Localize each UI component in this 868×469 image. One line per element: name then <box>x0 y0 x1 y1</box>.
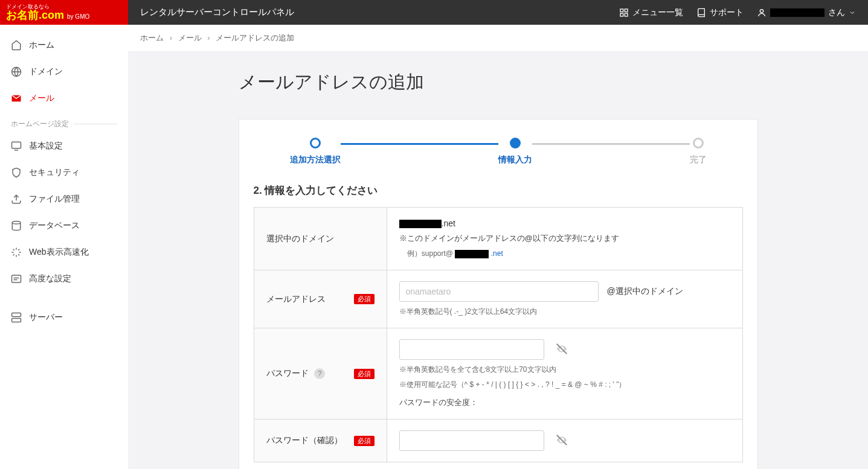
password-note-1: ※半角英数記号を全て含む8文字以上70文字以内 <box>399 365 730 375</box>
upload-icon <box>11 194 22 205</box>
sidebar-item-security[interactable]: セキュリティ <box>0 159 128 186</box>
grid-icon <box>619 8 629 18</box>
global-header: ドメイン取るなら お名前.com by GMO レンタルサーバーコントロールパネ… <box>0 0 868 25</box>
domain-redacted <box>399 220 442 228</box>
step-2: 情報入力 <box>498 138 532 165</box>
eye-off-icon <box>555 342 568 356</box>
password-note-2: ※使用可能な記号（^ $ + - * / | ( ) [ ] { } < > .… <box>399 380 730 390</box>
header-title: レンタルサーバーコントロールパネル <box>128 0 619 25</box>
form-section-title: 2. 情報を入力してください <box>254 183 743 197</box>
sidebar-section-hp: ホームページ設定 <box>0 112 128 133</box>
database-icon <box>11 220 22 231</box>
stepper: 追加方法選択 情報入力 完了 <box>290 138 707 165</box>
svg-rect-15 <box>12 319 21 322</box>
sidebar-item-label: データベース <box>29 220 80 231</box>
sidebar-item-label: セキュリティ <box>29 167 80 178</box>
sidebar-item-label: メール <box>29 93 54 104</box>
step-circle-icon <box>693 138 704 148</box>
sidebar-item-label: サーバー <box>29 312 63 323</box>
logo-text: お名前.com by GMO <box>6 10 89 21</box>
settings-icon <box>11 273 22 284</box>
main-content: ホーム › メール › メールアドレスの追加 メールアドレスの追加 追加方法選択… <box>128 25 868 469</box>
menu-list-link[interactable]: メニュー一覧 <box>619 7 683 18</box>
form-panel: 追加方法選択 情報入力 完了 2. 情報を入力してください <box>239 119 758 469</box>
svg-rect-2 <box>620 13 623 16</box>
sidebar-item-database[interactable]: データベース <box>0 212 128 239</box>
svg-rect-14 <box>12 313 21 317</box>
required-badge: 必須 <box>354 436 375 446</box>
svg-rect-1 <box>625 9 628 12</box>
globe-icon <box>11 66 22 77</box>
password-strength-label: パスワードの安全度： <box>399 397 730 408</box>
password-confirm-input[interactable] <box>399 430 544 451</box>
svg-rect-3 <box>625 13 628 16</box>
password-input[interactable] <box>399 339 544 360</box>
sidebar-item-basic-settings[interactable]: 基本設定 <box>0 133 128 159</box>
form-table: 選択中のドメイン .net ※このドメインがメールアドレスの@以下の文字列になり… <box>254 207 743 462</box>
breadcrumb-current: メールアドレスの追加 <box>216 33 294 42</box>
sidebar-item-label: Web表示高速化 <box>29 247 89 258</box>
book-icon <box>696 8 706 18</box>
sidebar-item-label: ホーム <box>29 40 54 51</box>
domain-note: ※このドメインがメールアドレスの@以下の文字列になります <box>399 233 730 244</box>
email-note: ※半角英数記号( .-_ )2文字以上64文字以内 <box>399 307 730 317</box>
header-menu: メニュー一覧 サポート さん <box>619 0 868 25</box>
domain-example: 例）support@ .net <box>399 249 730 259</box>
step-circle-icon <box>310 138 321 148</box>
username-redacted <box>770 8 825 17</box>
user-icon <box>757 8 767 18</box>
sidebar-item-mail[interactable]: メール <box>0 85 128 112</box>
sidebar-item-home[interactable]: ホーム <box>0 32 128 59</box>
sidebar-item-web-speed[interactable]: Web表示高速化 <box>0 239 128 266</box>
sidebar-item-label: 高度な設定 <box>29 273 71 284</box>
sidebar-item-label: ドメイン <box>29 66 63 77</box>
sidebar: ホーム ドメイン メール ホームページ設定 基本設定 セキュリティ ファイル管理 <box>0 25 128 469</box>
sidebar-item-advanced[interactable]: 高度な設定 <box>0 266 128 292</box>
at-domain-text: @選択中のドメイン <box>607 286 683 297</box>
password-label: パスワード <box>266 368 309 378</box>
eye-off-icon <box>555 433 568 447</box>
sidebar-item-domain[interactable]: ドメイン <box>0 59 128 85</box>
svg-point-10 <box>12 222 21 225</box>
required-badge: 必須 <box>354 369 375 379</box>
chevron-down-icon <box>849 9 856 16</box>
toggle-password-confirm-visibility-button[interactable] <box>553 431 571 451</box>
user-menu[interactable]: さん <box>757 7 856 18</box>
password-confirm-label: パスワード（確認） <box>266 435 342 446</box>
sidebar-item-file-manager[interactable]: ファイル管理 <box>0 186 128 212</box>
speed-icon <box>11 247 22 258</box>
breadcrumb-mail[interactable]: メール <box>178 33 202 42</box>
svg-rect-11 <box>12 275 21 282</box>
server-icon <box>11 312 22 323</box>
help-icon[interactable]: ? <box>314 368 325 379</box>
breadcrumb-home[interactable]: ホーム <box>140 33 164 42</box>
breadcrumb: ホーム › メール › メールアドレスの追加 <box>128 25 868 52</box>
sidebar-item-server[interactable]: サーバー <box>0 304 128 331</box>
shield-icon <box>11 167 22 178</box>
page-title: メールアドレスの追加 <box>239 70 758 95</box>
svg-rect-7 <box>12 142 21 148</box>
logo[interactable]: ドメイン取るなら お名前.com by GMO <box>0 0 128 25</box>
sidebar-item-label: ファイル管理 <box>29 194 80 205</box>
email-localpart-input[interactable] <box>399 281 599 302</box>
selected-domain: .net <box>399 219 730 228</box>
step-1: 追加方法選択 <box>290 138 341 165</box>
required-badge: 必須 <box>354 294 375 304</box>
mail-icon <box>11 93 22 104</box>
support-link[interactable]: サポート <box>696 7 744 18</box>
domain-label: 選択中のドメイン <box>266 234 334 244</box>
sidebar-item-label: 基本設定 <box>29 141 63 152</box>
step-3: 完了 <box>690 138 707 165</box>
svg-point-4 <box>760 9 763 12</box>
home-icon <box>11 40 22 51</box>
monitor-icon <box>11 141 22 152</box>
step-circle-icon <box>510 138 521 148</box>
toggle-password-visibility-button[interactable] <box>553 340 571 360</box>
email-label: メールアドレス <box>266 294 326 305</box>
svg-rect-0 <box>620 9 623 12</box>
